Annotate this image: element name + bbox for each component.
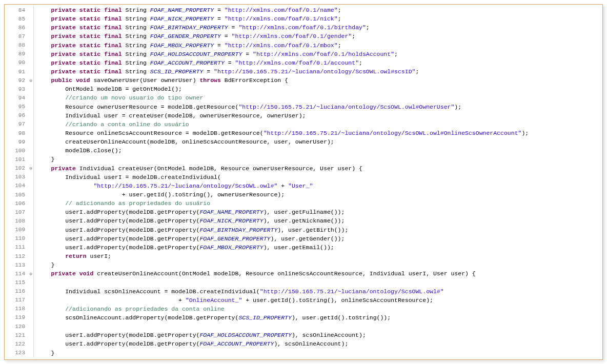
- line-number[interactable]: 113: [5, 262, 27, 268]
- code-line[interactable]: 116 Individual scsOnlineAccount = modelD…: [5, 287, 602, 296]
- code-content[interactable]: private static final String FOAF_MBOX_PR…: [34, 42, 341, 49]
- code-content[interactable]: private static final String FOAF_NAME_PR…: [34, 7, 341, 13]
- code-content[interactable]: userI.addProperty(modelDB.getProperty(FO…: [34, 227, 348, 233]
- code-content[interactable]: Resource ownerUserResource = modelDB.get…: [34, 104, 461, 110]
- line-number[interactable]: 122: [5, 341, 27, 347]
- code-content[interactable]: userI.addProperty(modelDB.getProperty(FO…: [34, 244, 334, 251]
- code-line[interactable]: 107 userI.addProperty(modelDB.getPropert…: [5, 208, 602, 216]
- line-number[interactable]: 101: [5, 156, 27, 163]
- code-content[interactable]: }: [34, 156, 55, 163]
- line-number[interactable]: 106: [5, 200, 27, 207]
- code-content[interactable]: // adicionando as propriedades do usuári…: [34, 200, 210, 207]
- line-number[interactable]: 89: [5, 51, 27, 57]
- line-number[interactable]: 87: [5, 33, 27, 39]
- code-line[interactable]: 100 modelDB.close();: [5, 146, 602, 155]
- code-line[interactable]: 87 private static final String FOAF_GEND…: [5, 32, 602, 41]
- code-content[interactable]: createUserOnlineAccount(modelDB, onlineS…: [34, 138, 334, 145]
- line-number[interactable]: 86: [5, 25, 27, 31]
- code-content[interactable]: userI.addProperty(modelDB.getProperty(FO…: [34, 332, 366, 338]
- code-content[interactable]: private static final String SCS_ID_PROPE…: [34, 68, 419, 75]
- code-content[interactable]: Individual scsOnlineAccount = modelDB.cr…: [34, 288, 444, 295]
- line-number[interactable]: 84: [5, 7, 27, 13]
- line-number[interactable]: 102: [5, 165, 27, 171]
- code-content[interactable]: Resource onlineScsAccountResource = mode…: [34, 130, 529, 136]
- line-number[interactable]: 107: [5, 209, 27, 215]
- line-number[interactable]: 108: [5, 218, 27, 224]
- code-area[interactable]: 84 private static final String FOAF_NAME…: [5, 5, 602, 357]
- code-line[interactable]: 88 private static final String FOAF_MBOX…: [5, 41, 602, 50]
- line-number[interactable]: 97: [5, 121, 27, 127]
- line-number[interactable]: 85: [5, 16, 27, 22]
- code-line[interactable]: 105 + user.getId().toString(), ownerUser…: [5, 190, 602, 199]
- code-line[interactable]: 121 userI.addProperty(modelDB.getPropert…: [5, 331, 602, 339]
- code-line[interactable]: 110 userI.addProperty(modelDB.getPropert…: [5, 234, 602, 243]
- code-line[interactable]: 101 }: [5, 155, 602, 164]
- code-content[interactable]: userI.addProperty(modelDB.getProperty(FO…: [34, 217, 345, 224]
- code-content[interactable]: "http://150.165.75.21/~luciana/ontology/…: [34, 183, 313, 189]
- code-line[interactable]: 91 private static final String SCS_ID_PR…: [5, 67, 602, 76]
- code-content[interactable]: //criando a conta online do usuário: [34, 121, 189, 128]
- code-content[interactable]: userI.addProperty(modelDB.getProperty(FO…: [34, 209, 345, 215]
- code-line[interactable]: 112 return userI;: [5, 252, 602, 260]
- code-content[interactable]: }: [34, 261, 55, 268]
- line-number[interactable]: 98: [5, 130, 27, 136]
- code-line[interactable]: 93 OntModel modelDB = getOntModel();: [5, 85, 602, 93]
- code-line[interactable]: 115: [5, 278, 602, 287]
- code-content[interactable]: private static final String FOAF_BIRTHDA…: [34, 24, 370, 31]
- code-line[interactable]: 85 private static final String FOAF_NICK…: [5, 14, 602, 23]
- line-number[interactable]: 123: [5, 350, 27, 356]
- code-line[interactable]: 92 public void saveOwnerUser(User ownerU…: [5, 76, 602, 85]
- code-content[interactable]: private static final String FOAF_NICK_PR…: [34, 15, 341, 22]
- code-line[interactable]: 96 Individual user = createUser(modelDB,…: [5, 111, 602, 120]
- code-line[interactable]: 123 }: [5, 348, 602, 357]
- code-content[interactable]: userI.addProperty(modelDB.getProperty(FO…: [34, 235, 345, 242]
- code-line[interactable]: 95 Resource ownerUserResource = modelDB.…: [5, 103, 602, 111]
- code-content[interactable]: + "OnlineAccount_" + user.getId().toStri…: [34, 297, 433, 304]
- code-content[interactable]: private void createUserOnlineAccount(Ont…: [34, 270, 476, 277]
- code-line[interactable]: 120: [5, 322, 602, 331]
- code-line[interactable]: 90 private static final String FOAF_ACCO…: [5, 58, 602, 67]
- code-line[interactable]: 113 }: [5, 260, 602, 269]
- code-line[interactable]: 86 private static final String FOAF_BIRT…: [5, 23, 602, 32]
- line-number[interactable]: 100: [5, 148, 27, 154]
- code-content[interactable]: Individual user = createUser(modelDB, ow…: [34, 112, 306, 119]
- code-line[interactable]: 109 userI.addProperty(modelDB.getPropert…: [5, 226, 602, 234]
- code-line[interactable]: 98 Resource onlineScsAccountResource = m…: [5, 129, 602, 137]
- code-line[interactable]: 99 createUserOnlineAccount(modelDB, onli…: [5, 137, 602, 146]
- line-number[interactable]: 90: [5, 59, 27, 66]
- line-number[interactable]: 110: [5, 235, 27, 241]
- line-number[interactable]: 109: [5, 227, 27, 233]
- code-content[interactable]: //criando um novo usuario do tipo owner: [34, 94, 203, 101]
- code-content[interactable]: private Individual createUser(OntModel m…: [34, 165, 362, 172]
- code-content[interactable]: private static final String FOAF_ACCOUNT…: [34, 59, 362, 66]
- code-line[interactable]: 108 userI.addProperty(modelDB.getPropert…: [5, 216, 602, 225]
- code-content[interactable]: scsOnlineAccount.addProperty(modelDB.get…: [34, 314, 391, 321]
- line-number[interactable]: 93: [5, 86, 27, 92]
- code-content[interactable]: public void saveOwnerUser(User ownerUser…: [34, 77, 288, 84]
- code-content[interactable]: private static final String FOAF_HOLDSAC…: [34, 51, 398, 57]
- code-line[interactable]: 94 //criando um novo usuario do tipo own…: [5, 93, 602, 102]
- line-number[interactable]: 118: [5, 306, 27, 312]
- line-number[interactable]: 95: [5, 104, 27, 110]
- line-number[interactable]: 104: [5, 183, 27, 189]
- line-number[interactable]: 121: [5, 332, 27, 338]
- code-line[interactable]: 97 //criando a conta online do usuário: [5, 120, 602, 129]
- code-line[interactable]: 122 userI.addProperty(modelDB.getPropert…: [5, 339, 602, 348]
- line-number[interactable]: 111: [5, 244, 27, 250]
- code-line[interactable]: 117 + "OnlineAccount_" + user.getId().to…: [5, 296, 602, 305]
- line-number[interactable]: 99: [5, 139, 27, 145]
- code-content[interactable]: }: [34, 350, 55, 356]
- line-number[interactable]: 88: [5, 42, 27, 48]
- code-content[interactable]: //adicionando as propriedades da conta o…: [34, 306, 225, 312]
- code-line[interactable]: 84 private static final String FOAF_NAME…: [5, 6, 602, 14]
- code-content[interactable]: OntModel modelDB = getOntModel();: [34, 86, 182, 92]
- line-number[interactable]: 116: [5, 288, 27, 294]
- code-line[interactable]: 89 private static final String FOAF_HOLD…: [5, 50, 602, 58]
- line-number[interactable]: 114: [5, 271, 27, 277]
- code-content[interactable]: userI.addProperty(modelDB.getProperty(FO…: [34, 340, 348, 347]
- line-number[interactable]: 91: [5, 69, 27, 75]
- code-line[interactable]: 111 userI.addProperty(modelDB.getPropert…: [5, 243, 602, 252]
- code-line[interactable]: 118 //adicionando as propriedades da con…: [5, 305, 602, 313]
- code-line[interactable]: 114 private void createUserOnlineAccount…: [5, 269, 602, 278]
- code-line[interactable]: 119 scsOnlineAccount.addProperty(modelDB…: [5, 313, 602, 322]
